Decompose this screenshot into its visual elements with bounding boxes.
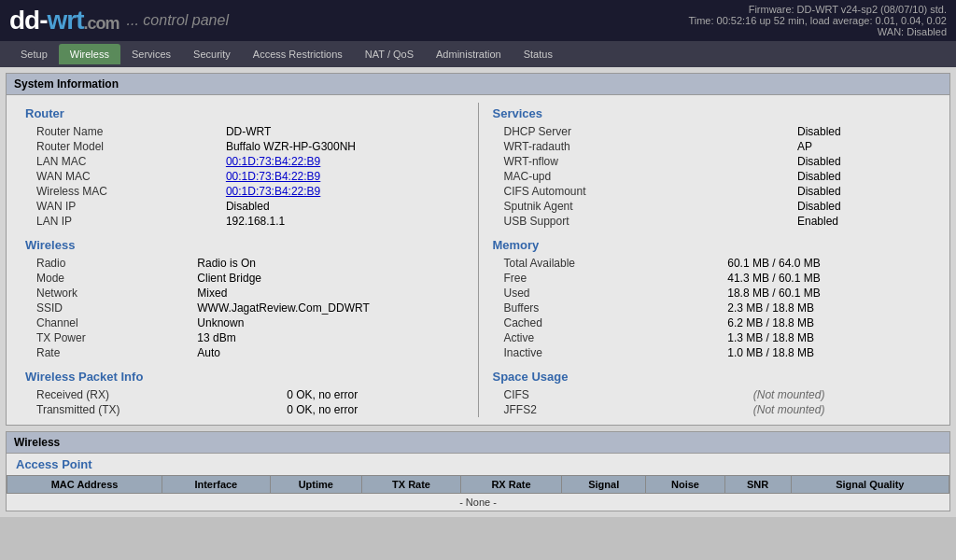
table-row: Inactive 1.0 MB / 18.8 MB [493,345,932,360]
col-snr: SNR [724,476,791,494]
ssid-label: SSID [25,301,193,315]
col-noise: Noise [646,476,724,494]
cifs-auto-label: CIFS Automount [493,184,794,199]
sputnik-label: Sputnik Agent [493,199,794,214]
nav-wireless[interactable]: Wireless [59,44,120,64]
table-row: SSID WWW.JagatReview.Com_DDWRT [25,301,464,315]
top-header: dd-wrt.com ... control panel Firmware: D… [0,0,956,41]
space-usage-table: CIFS (Not mounted) JFFS2 (Not mounted) [493,387,932,417]
system-info-title: System Information [7,74,949,95]
used-label: Used [493,286,724,301]
ap-none-row: - None - [7,494,949,511]
tx-label: Transmitted (TX) [25,402,283,417]
mac-upd-label: MAC-upd [493,169,794,184]
wan-mac-value[interactable]: 00:1D:73:B4:22:B9 [222,169,464,184]
table-row: DHCP Server Disabled [493,124,932,139]
free-label: Free [493,271,724,286]
rate-label: Rate [25,345,193,360]
inactive-label: Inactive [493,345,724,360]
ap-none-text: - None - [7,494,949,511]
nav-setup[interactable]: Setup [9,44,59,64]
active-label: Active [493,330,724,345]
wan-ip-value: Disabled [222,199,464,214]
table-row: CIFS (Not mounted) [493,387,932,402]
table-row: Used 18.8 MB / 60.1 MB [493,286,932,301]
jffs2-label: JFFS2 [493,402,750,417]
lan-mac-value[interactable]: 00:1D:73:B4:22:B9 [222,154,464,169]
router-model-label: Router Model [25,139,222,154]
nav-nat-qos[interactable]: NAT / QoS [354,44,425,64]
wireless-bottom-title: Wireless [7,432,949,454]
col-mac-address: MAC Address [7,476,162,494]
router-name-label: Router Name [25,124,222,139]
wan-ip-label: WAN IP [25,199,222,214]
table-row: Active 1.3 MB / 18.8 MB [493,330,932,345]
cached-value: 6.2 MB / 18.8 MB [724,315,931,330]
jffs2-value: (Not mounted) [750,402,931,417]
table-row: Radio Radio is On [25,256,464,271]
space-usage-title: Space Usage [493,370,932,384]
logo-subtitle: ... control panel [127,12,229,29]
rx-label: Received (RX) [25,387,283,402]
services-title: Services [493,106,932,120]
router-name-value: DD-WRT [222,124,464,139]
cifs-auto-value: Disabled [794,184,931,199]
col-rx-rate: RX Rate [460,476,561,494]
dhcp-value: Disabled [794,124,931,139]
col-tx-rate: TX Rate [362,476,461,494]
router-model-value: Buffalo WZR-HP-G300NH [222,139,464,154]
mode-value: Client Bridge [193,271,463,286]
col-interface: Interface [162,476,270,494]
wireless-mac-value[interactable]: 00:1D:73:B4:22:B9 [222,184,464,199]
usb-value: Enabled [794,214,931,229]
access-point-table: MAC Address Interface Uptime TX Rate RX … [7,475,949,511]
table-row: JFFS2 (Not mounted) [493,402,932,417]
memory-title: Memory [493,238,932,252]
inactive-value: 1.0 MB / 18.8 MB [724,345,931,360]
wireless-packet-table: Received (RX) 0 OK, no error Transmitted… [25,387,464,417]
column-divider [478,103,479,417]
buffers-label: Buffers [493,301,724,315]
lan-mac-label: LAN MAC [25,154,222,169]
router-table: Router Name DD-WRT Router Model Buffalo … [25,124,464,229]
nav-security[interactable]: Security [182,44,242,64]
table-row: Total Available 60.1 MB / 64.0 MB [493,256,932,271]
cached-label: Cached [493,315,724,330]
nav-status[interactable]: Status [513,44,564,64]
used-value: 18.8 MB / 60.1 MB [724,286,931,301]
wrt-radauth-label: WRT-radauth [493,139,794,154]
nav-access-restrictions[interactable]: Access Restrictions [242,44,354,64]
network-value: Mixed [193,286,463,301]
services-table: DHCP Server Disabled WRT-radauth AP WRT-… [493,124,932,229]
logo-com: .com [84,14,120,33]
table-row: Mode Client Bridge [25,271,464,286]
col-signal-quality: Signal Quality [791,476,949,494]
memory-table: Total Available 60.1 MB / 64.0 MB Free 4… [493,256,932,360]
system-info-content: Router Router Name DD-WRT Router Model B… [7,95,949,425]
table-row: WAN IP Disabled [25,199,464,214]
lan-ip-label: LAN IP [25,214,222,229]
radio-value: Radio is On [193,256,463,271]
wireless-table: Radio Radio is On Mode Client Bridge Net… [25,256,464,360]
rate-value: Auto [193,345,463,360]
total-avail-label: Total Available [493,256,724,271]
logo-dd: dd- [9,6,48,35]
wrt-radauth-value: AP [794,139,931,154]
table-row: USB Support Enabled [493,214,932,229]
channel-label: Channel [25,315,193,330]
radio-label: Radio [25,256,193,271]
table-row: Free 41.3 MB / 60.1 MB [493,271,932,286]
sputnik-value: Disabled [794,199,931,214]
logo-area: dd-wrt.com ... control panel [9,6,229,35]
table-row: Cached 6.2 MB / 18.8 MB [493,315,932,330]
nav-administration[interactable]: Administration [425,44,513,64]
free-value: 41.3 MB / 60.1 MB [724,271,931,286]
table-row: CIFS Automount Disabled [493,184,932,199]
wireless-packet-title: Wireless Packet Info [25,370,464,384]
nav-services[interactable]: Services [120,44,182,64]
lan-ip-value: 192.168.1.1 [222,214,464,229]
table-row: Wireless MAC 00:1D:73:B4:22:B9 [25,184,464,199]
rx-value: 0 OK, no error [283,387,463,402]
table-row: Received (RX) 0 OK, no error [25,387,464,402]
nav-bar: Setup Wireless Services Security Access … [0,41,956,67]
